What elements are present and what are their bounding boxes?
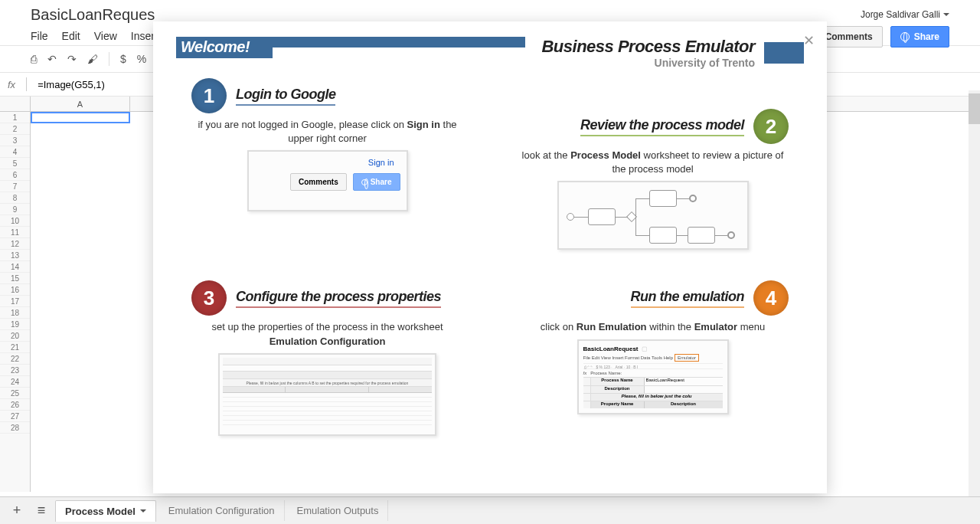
- step-1-number: 1: [191, 78, 227, 113]
- row-header[interactable]: 22: [0, 353, 30, 365]
- caret-down-icon: [943, 13, 949, 16]
- step-1-illus: Sign in Comments Share: [247, 150, 408, 211]
- format-dollar[interactable]: $: [120, 53, 126, 65]
- bpmn-task: [649, 227, 677, 244]
- row-header[interactable]: 3: [0, 135, 30, 146]
- row-header[interactable]: 24: [0, 376, 30, 388]
- tab-process-model[interactable]: Process Model: [55, 500, 156, 522]
- illus-fill: Please, fill in below just the colu: [591, 394, 723, 401]
- row-header[interactable]: 16: [0, 284, 30, 296]
- paint-format-icon[interactable]: 🖌: [87, 53, 98, 65]
- user-account[interactable]: Jorge Saldivar Galli: [861, 9, 949, 20]
- desc-bold: Process Model: [570, 149, 641, 161]
- bpmn-task: [649, 190, 677, 207]
- row-headers: 1234567891011121314151617181920212223242…: [0, 97, 31, 492]
- bpmn-connector: [574, 217, 588, 218]
- menu-view[interactable]: View: [94, 30, 117, 42]
- fx-label: fx: [8, 79, 15, 90]
- bpmn-end: [727, 231, 735, 239]
- desc-text: click on: [541, 321, 577, 332]
- row-header[interactable]: 5: [0, 158, 30, 169]
- step-1-title: Login to Google: [236, 87, 335, 106]
- row-header[interactable]: 10: [0, 215, 30, 227]
- illus-share-btn: Share: [353, 173, 400, 191]
- tab-emulation-outputs[interactable]: Emulation Outputs: [288, 500, 389, 521]
- illus-col: Description: [645, 401, 723, 408]
- scrollbar-thumb[interactable]: [969, 93, 980, 124]
- vertical-scrollbar[interactable]: [969, 90, 980, 496]
- row-header[interactable]: 8: [0, 192, 30, 204]
- row-header[interactable]: 9: [0, 204, 30, 215]
- menu-insert[interactable]: Inser: [131, 30, 155, 42]
- row-header[interactable]: 18: [0, 307, 30, 319]
- share-button[interactable]: Share: [890, 26, 949, 47]
- row-header[interactable]: 20: [0, 330, 30, 342]
- row-header[interactable]: 26: [0, 399, 30, 411]
- format-percent[interactable]: %: [137, 53, 146, 65]
- bpmn-connector: [616, 217, 628, 218]
- menu-edit[interactable]: Edit: [62, 30, 80, 42]
- step-2-title: Review the process model: [580, 117, 744, 136]
- step-4-title: Run the emulation: [631, 289, 745, 308]
- row-header[interactable]: 12: [0, 238, 30, 250]
- row-header[interactable]: 6: [0, 169, 30, 181]
- bpmn-connector: [635, 217, 636, 235]
- bpmn-task: [588, 208, 616, 225]
- formula-input[interactable]: =Image(G55,1): [38, 79, 105, 90]
- illus-formula: Process Name:: [590, 371, 622, 375]
- step-3-number: 3: [191, 280, 227, 316]
- redo-icon[interactable]: ↷: [67, 53, 77, 65]
- close-icon[interactable]: ✕: [803, 32, 815, 49]
- print-icon[interactable]: ⎙: [31, 53, 37, 65]
- step-3-illus: Please, fill in below just the columns A…: [218, 353, 436, 436]
- tab-label: Process Model: [65, 506, 136, 517]
- illus-doc-title: BasicLoanRequest: [583, 346, 639, 352]
- row-header[interactable]: 28: [0, 422, 30, 434]
- menu-file[interactable]: File: [31, 30, 48, 42]
- corner-cell[interactable]: [0, 97, 31, 112]
- illus-menu: File Edit View Insert Format Data Tools …: [583, 355, 674, 360]
- illus-val: BasicLoanRequest: [645, 378, 723, 385]
- row-header[interactable]: 27: [0, 411, 30, 422]
- sheet-tabs-bar: + ≡ Process Model Emulation Configuratio…: [0, 496, 980, 524]
- row-header[interactable]: 11: [0, 227, 30, 238]
- illus-col: Property Name: [591, 401, 645, 408]
- col-header-a[interactable]: A: [31, 97, 130, 111]
- row-header[interactable]: 23: [0, 365, 30, 376]
- step-1: 1 Login to Google if you are not logged …: [191, 78, 463, 250]
- add-sheet-button[interactable]: +: [6, 502, 28, 520]
- step-2-number: 2: [753, 109, 789, 144]
- row-header[interactable]: 13: [0, 250, 30, 261]
- desc-text: if you are not logged in Google, please …: [198, 119, 407, 130]
- step-4: 4 Run the emulation click on Run Emulati…: [517, 280, 789, 435]
- separator: [26, 77, 27, 91]
- user-name: Jorge Saldivar Galli: [861, 9, 940, 20]
- row-header[interactable]: 14: [0, 261, 30, 273]
- undo-icon[interactable]: ↶: [47, 53, 57, 65]
- row-header[interactable]: 17: [0, 296, 30, 307]
- bpe-block: [764, 42, 804, 64]
- row-header[interactable]: 1: [0, 112, 30, 123]
- separator: [109, 52, 109, 66]
- desc-text: menu: [737, 321, 765, 332]
- row-header[interactable]: 15: [0, 273, 30, 284]
- illus-col: Description: [591, 386, 645, 393]
- row-header[interactable]: 19: [0, 319, 30, 330]
- bpmn-connector: [635, 198, 636, 217]
- row-header[interactable]: 4: [0, 146, 30, 158]
- welcome-tail: [273, 37, 525, 47]
- row-header[interactable]: 7: [0, 181, 30, 192]
- signin-link: Sign in: [368, 158, 394, 167]
- row-header[interactable]: 21: [0, 342, 30, 353]
- bpe-title: Business Process Emulator: [541, 37, 755, 57]
- row-header[interactable]: 25: [0, 388, 30, 399]
- tab-emulation-config[interactable]: Emulation Configuration: [159, 500, 285, 521]
- selected-cell[interactable]: [31, 112, 130, 123]
- all-sheets-button[interactable]: ≡: [31, 502, 52, 520]
- step-3: 3 Configure the process properties set u…: [191, 280, 463, 435]
- bpmn-start: [567, 213, 574, 221]
- bpmn-connector: [677, 235, 688, 236]
- bpmn-connector: [635, 235, 649, 236]
- step-2-desc: look at the Process Model worksheet to r…: [517, 149, 789, 176]
- row-header[interactable]: 2: [0, 123, 30, 135]
